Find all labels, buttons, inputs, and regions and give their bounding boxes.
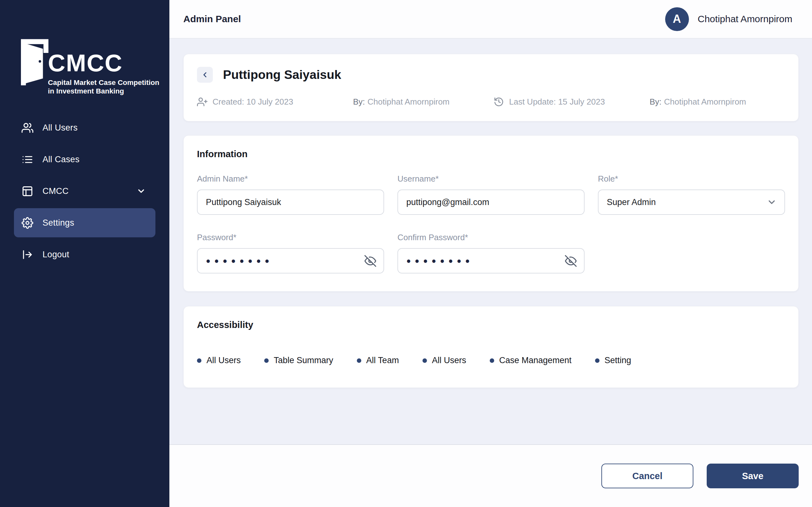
- updated-meta: Last Update: 15 July 2023: [494, 97, 650, 107]
- accessibility-item-label: All Users: [432, 355, 466, 365]
- username-input[interactable]: [397, 189, 585, 215]
- created-by-label: By:: [353, 97, 365, 107]
- created-by-meta: By: Chotiphat Amornpirom: [353, 97, 494, 107]
- updated-by-meta: By: Chotiphat Amornpirom: [650, 97, 785, 107]
- topbar: Admin Panel A Chotiphat Amornpirom: [169, 0, 812, 39]
- logo-tagline-line1: Capital Market Case Competition: [48, 78, 159, 87]
- sidebar-item-settings[interactable]: Settings: [14, 208, 155, 237]
- role-select-value: Super Admin: [607, 198, 656, 207]
- bullet-dot-icon: [490, 358, 494, 363]
- accessibility-card: Accessibility All Users Table Summary Al…: [183, 306, 799, 388]
- accessibility-item: Case Management: [490, 355, 571, 365]
- confirm-password-field-group: Confirm Password*: [397, 233, 585, 274]
- sidebar-item-label: Settings: [43, 218, 74, 228]
- accessibility-item: All Users: [422, 355, 466, 365]
- accessibility-item-label: Setting: [605, 355, 631, 365]
- updated-by-value: Chotiphat Amornpirom: [664, 97, 746, 107]
- eye-off-icon: [565, 255, 577, 267]
- sidebar-nav: All Users All Cases CMCC: [0, 113, 169, 272]
- footer-action-bar: Cancel Save: [169, 444, 812, 507]
- confirm-password-input[interactable]: [397, 248, 585, 274]
- password-field-group: Password*: [197, 233, 384, 274]
- sidebar-item-cmcc[interactable]: CMCC: [14, 176, 155, 206]
- user-plus-icon: [197, 97, 207, 107]
- logout-icon: [21, 249, 33, 261]
- record-header-card: Puttipong Saiyaisuk Created: 10 July 202…: [183, 54, 799, 121]
- logo-tagline-line2: in Investment Banking: [48, 87, 159, 95]
- sidebar-item-all-cases[interactable]: All Cases: [14, 145, 155, 174]
- layout-icon: [21, 185, 33, 197]
- bullet-dot-icon: [197, 358, 201, 363]
- grid-filler: [598, 233, 785, 274]
- confirm-password-input-wrap: [397, 248, 585, 274]
- accessibility-item: All Team: [357, 355, 399, 365]
- role-label: Role*: [598, 174, 785, 184]
- record-title-row: Puttipong Saiyaisuk: [197, 67, 785, 83]
- main-column: Admin Panel A Chotiphat Amornpirom Putti…: [169, 0, 812, 507]
- sidebar-item-label: All Cases: [43, 155, 80, 164]
- accessibility-section-title: Accessibility: [197, 320, 785, 330]
- password-label: Password*: [197, 233, 384, 242]
- eye-off-icon: [364, 255, 376, 267]
- list-icon: [21, 154, 33, 165]
- information-card: Information Admin Name* Username* Role* …: [183, 135, 799, 291]
- accessibility-item: Setting: [595, 355, 631, 365]
- created-by-value: Chotiphat Amornpirom: [368, 97, 450, 107]
- users-icon: [21, 122, 33, 134]
- password-input[interactable]: [197, 248, 384, 274]
- avatar[interactable]: A: [665, 7, 689, 31]
- topbar-user[interactable]: A Chotiphat Amornpirom: [665, 7, 792, 31]
- accessibility-item-label: Case Management: [499, 355, 571, 365]
- role-field-group: Role* Super Admin: [598, 174, 785, 215]
- accessibility-item: Table Summary: [264, 355, 334, 365]
- sidebar-item-label: CMCC: [43, 186, 68, 196]
- created-meta: Created: 10 July 2023: [197, 97, 353, 107]
- content-area: Puttipong Saiyaisuk Created: 10 July 202…: [169, 39, 812, 444]
- record-title: Puttipong Saiyaisuk: [223, 68, 341, 82]
- sidebar-item-logout[interactable]: Logout: [14, 240, 155, 269]
- accessibility-item-label: All Users: [206, 355, 241, 365]
- save-button[interactable]: Save: [707, 464, 799, 488]
- username-field-group: Username*: [397, 174, 585, 215]
- topbar-username: Chotiphat Amornpirom: [698, 14, 792, 24]
- chevron-down-icon: [136, 186, 146, 196]
- admin-name-input[interactable]: [197, 189, 384, 215]
- sidebar-item-label: All Users: [43, 123, 78, 133]
- accessibility-item-label: All Team: [366, 355, 399, 365]
- cancel-button[interactable]: Cancel: [601, 464, 693, 488]
- admin-name-label: Admin Name*: [197, 174, 384, 184]
- chevron-left-icon: [201, 71, 209, 79]
- information-section-title: Information: [197, 149, 785, 159]
- open-door-logo-icon: [17, 33, 50, 87]
- bullet-dot-icon: [357, 358, 361, 363]
- history-icon: [494, 97, 504, 107]
- confirm-password-label: Confirm Password*: [397, 233, 585, 242]
- toggle-confirm-password-visibility-button[interactable]: [564, 254, 577, 268]
- admin-name-field-group: Admin Name*: [197, 174, 384, 215]
- logo-text: CMCC Capital Market Case Competition in …: [48, 51, 159, 96]
- record-meta-row: Created: 10 July 2023 By: Chotiphat Amor…: [197, 97, 785, 107]
- accessibility-item-label: Table Summary: [274, 355, 334, 365]
- updated-date-text: Last Update: 15 July 2023: [509, 97, 605, 107]
- bullet-dot-icon: [595, 358, 600, 363]
- sidebar-item-label: Logout: [43, 250, 69, 260]
- information-fields-grid: Admin Name* Username* Role* Super Admin: [197, 174, 785, 274]
- role-select[interactable]: Super Admin: [598, 189, 785, 215]
- created-date-text: Created: 10 July 2023: [212, 97, 293, 107]
- accessibility-item: All Users: [197, 355, 241, 365]
- logo-tagline: Capital Market Case Competition in Inves…: [48, 78, 159, 96]
- sidebar: CMCC Capital Market Case Competition in …: [0, 0, 169, 507]
- back-button[interactable]: [197, 67, 213, 83]
- chevron-down-icon: [767, 197, 777, 207]
- password-input-wrap: [197, 248, 384, 274]
- bullet-dot-icon: [264, 358, 269, 363]
- page-title: Admin Panel: [183, 14, 241, 24]
- sidebar-item-all-users[interactable]: All Users: [14, 113, 155, 142]
- bullet-dot-icon: [422, 358, 427, 363]
- app-root: CMCC Capital Market Case Competition in …: [0, 0, 812, 507]
- updated-by-label: By:: [650, 97, 662, 107]
- cmcc-logo: CMCC Capital Market Case Competition in …: [17, 33, 159, 96]
- gear-icon: [21, 217, 33, 229]
- toggle-password-visibility-button[interactable]: [363, 254, 377, 268]
- logo-acronym: CMCC: [48, 51, 159, 75]
